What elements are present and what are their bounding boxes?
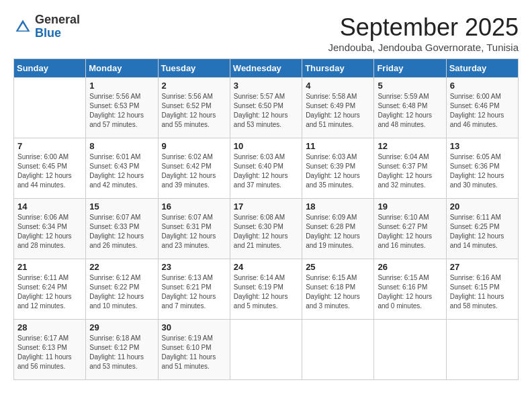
day-cell — [14, 78, 86, 138]
day-number: 5 — [378, 81, 442, 91]
day-cell — [230, 320, 302, 380]
week-row-2: 7Sunrise: 6:00 AMSunset: 6:45 PMDaylight… — [14, 138, 519, 199]
day-cell: 20Sunrise: 6:11 AMSunset: 6:25 PMDayligh… — [446, 199, 518, 259]
col-header-tuesday: Tuesday — [158, 59, 230, 78]
day-info: Sunrise: 6:16 AMSunset: 6:15 PMDaylight:… — [450, 273, 515, 311]
day-number: 14 — [17, 201, 82, 212]
week-row-4: 21Sunrise: 6:11 AMSunset: 6:24 PMDayligh… — [14, 259, 519, 320]
col-header-saturday: Saturday — [446, 59, 518, 78]
col-header-friday: Friday — [374, 59, 446, 78]
day-number: 9 — [162, 141, 226, 151]
day-cell: 19Sunrise: 6:10 AMSunset: 6:27 PMDayligh… — [374, 199, 446, 259]
day-info: Sunrise: 6:15 AMSunset: 6:18 PMDaylight:… — [306, 273, 370, 311]
day-number: 11 — [306, 141, 370, 151]
day-number: 7 — [17, 141, 82, 151]
day-info: Sunrise: 6:13 AMSunset: 6:21 PMDaylight:… — [162, 273, 226, 311]
day-number: 3 — [234, 81, 298, 91]
day-cell: 9Sunrise: 6:02 AMSunset: 6:42 PMDaylight… — [158, 138, 230, 199]
page-header: General Blue September 2025 Jendouba, Je… — [13, 13, 519, 53]
day-number: 20 — [450, 201, 515, 212]
col-header-thursday: Thursday — [302, 59, 374, 78]
day-info: Sunrise: 5:56 AMSunset: 6:52 PMDaylight:… — [162, 92, 226, 130]
day-cell — [446, 320, 518, 380]
day-info: Sunrise: 6:17 AMSunset: 6:13 PMDaylight:… — [17, 334, 82, 371]
day-number: 23 — [162, 262, 226, 272]
day-cell: 17Sunrise: 6:08 AMSunset: 6:30 PMDayligh… — [230, 199, 302, 259]
day-cell: 15Sunrise: 6:07 AMSunset: 6:33 PMDayligh… — [86, 199, 158, 259]
week-row-1: 1Sunrise: 5:56 AMSunset: 6:53 PMDaylight… — [14, 78, 519, 138]
day-info: Sunrise: 6:15 AMSunset: 6:16 PMDaylight:… — [378, 273, 442, 311]
day-cell: 29Sunrise: 6:18 AMSunset: 6:12 PMDayligh… — [86, 320, 158, 380]
day-info: Sunrise: 5:58 AMSunset: 6:49 PMDaylight:… — [306, 92, 370, 130]
day-info: Sunrise: 6:10 AMSunset: 6:27 PMDaylight:… — [378, 213, 442, 250]
day-cell: 25Sunrise: 6:15 AMSunset: 6:18 PMDayligh… — [302, 259, 374, 320]
logo: General Blue — [13, 13, 80, 40]
day-info: Sunrise: 6:03 AMSunset: 6:39 PMDaylight:… — [306, 152, 370, 190]
day-info: Sunrise: 6:04 AMSunset: 6:37 PMDaylight:… — [378, 152, 442, 190]
day-cell: 11Sunrise: 6:03 AMSunset: 6:39 PMDayligh… — [302, 138, 374, 199]
day-number: 15 — [89, 201, 154, 212]
day-info: Sunrise: 6:08 AMSunset: 6:30 PMDaylight:… — [234, 213, 298, 250]
day-cell: 24Sunrise: 6:14 AMSunset: 6:19 PMDayligh… — [230, 259, 302, 320]
day-number: 19 — [378, 201, 442, 212]
header-row: SundayMondayTuesdayWednesdayThursdayFrid… — [14, 59, 519, 78]
day-number: 25 — [306, 262, 370, 272]
logo-blue: Blue — [35, 26, 61, 40]
day-cell: 16Sunrise: 6:07 AMSunset: 6:31 PMDayligh… — [158, 199, 230, 259]
day-info: Sunrise: 6:11 AMSunset: 6:24 PMDaylight:… — [17, 273, 82, 311]
day-cell: 2Sunrise: 5:56 AMSunset: 6:52 PMDaylight… — [158, 78, 230, 138]
day-info: Sunrise: 6:01 AMSunset: 6:43 PMDaylight:… — [89, 152, 154, 190]
month-title: September 2025 — [328, 13, 519, 42]
location-title: Jendouba, Jendouba Governorate, Tunisia — [328, 42, 519, 53]
day-info: Sunrise: 6:19 AMSunset: 6:10 PMDaylight:… — [162, 334, 226, 371]
day-number: 2 — [162, 81, 226, 91]
day-info: Sunrise: 6:11 AMSunset: 6:25 PMDaylight:… — [450, 213, 515, 250]
day-cell: 28Sunrise: 6:17 AMSunset: 6:13 PMDayligh… — [14, 320, 86, 380]
day-cell: 14Sunrise: 6:06 AMSunset: 6:34 PMDayligh… — [14, 199, 86, 259]
col-header-monday: Monday — [86, 59, 158, 78]
day-number: 17 — [234, 201, 298, 212]
logo-general: General — [35, 13, 80, 26]
day-number: 16 — [162, 201, 226, 212]
day-cell: 6Sunrise: 6:00 AMSunset: 6:46 PMDaylight… — [446, 78, 518, 138]
day-info: Sunrise: 6:18 AMSunset: 6:12 PMDaylight:… — [89, 334, 154, 371]
day-cell: 3Sunrise: 5:57 AMSunset: 6:50 PMDaylight… — [230, 78, 302, 138]
day-cell: 8Sunrise: 6:01 AMSunset: 6:43 PMDaylight… — [86, 138, 158, 199]
day-number: 24 — [234, 262, 298, 272]
day-info: Sunrise: 6:09 AMSunset: 6:28 PMDaylight:… — [306, 213, 370, 250]
day-number: 22 — [89, 262, 154, 272]
day-number: 26 — [378, 262, 442, 272]
col-header-wednesday: Wednesday — [230, 59, 302, 78]
day-cell: 27Sunrise: 6:16 AMSunset: 6:15 PMDayligh… — [446, 259, 518, 320]
day-number: 28 — [17, 322, 82, 332]
logo-text: General Blue — [35, 13, 80, 40]
day-number: 6 — [450, 81, 515, 91]
day-info: Sunrise: 5:57 AMSunset: 6:50 PMDaylight:… — [234, 92, 298, 130]
day-cell: 26Sunrise: 6:15 AMSunset: 6:16 PMDayligh… — [374, 259, 446, 320]
day-number: 13 — [450, 141, 515, 151]
week-row-3: 14Sunrise: 6:06 AMSunset: 6:34 PMDayligh… — [14, 199, 519, 259]
day-number: 30 — [162, 322, 226, 332]
day-number: 4 — [306, 81, 370, 91]
day-cell: 30Sunrise: 6:19 AMSunset: 6:10 PMDayligh… — [158, 320, 230, 380]
day-number: 12 — [378, 141, 442, 151]
col-header-sunday: Sunday — [14, 59, 86, 78]
title-block: September 2025 Jendouba, Jendouba Govern… — [328, 13, 519, 53]
day-cell — [302, 320, 374, 380]
day-number: 21 — [17, 262, 82, 272]
day-cell: 23Sunrise: 6:13 AMSunset: 6:21 PMDayligh… — [158, 259, 230, 320]
calendar-table: SundayMondayTuesdayWednesdayThursdayFrid… — [13, 58, 519, 380]
day-cell: 5Sunrise: 5:59 AMSunset: 6:48 PMDaylight… — [374, 78, 446, 138]
day-number: 8 — [89, 141, 154, 151]
day-info: Sunrise: 6:05 AMSunset: 6:36 PMDaylight:… — [450, 152, 515, 190]
day-info: Sunrise: 6:07 AMSunset: 6:31 PMDaylight:… — [162, 213, 226, 250]
day-cell: 10Sunrise: 6:03 AMSunset: 6:40 PMDayligh… — [230, 138, 302, 199]
day-cell: 4Sunrise: 5:58 AMSunset: 6:49 PMDaylight… — [302, 78, 374, 138]
day-cell: 1Sunrise: 5:56 AMSunset: 6:53 PMDaylight… — [86, 78, 158, 138]
day-info: Sunrise: 6:02 AMSunset: 6:42 PMDaylight:… — [162, 152, 226, 190]
day-info: Sunrise: 6:00 AMSunset: 6:45 PMDaylight:… — [17, 152, 82, 190]
day-cell: 12Sunrise: 6:04 AMSunset: 6:37 PMDayligh… — [374, 138, 446, 199]
day-info: Sunrise: 5:56 AMSunset: 6:53 PMDaylight:… — [89, 92, 154, 130]
day-cell — [374, 320, 446, 380]
day-number: 18 — [306, 201, 370, 212]
